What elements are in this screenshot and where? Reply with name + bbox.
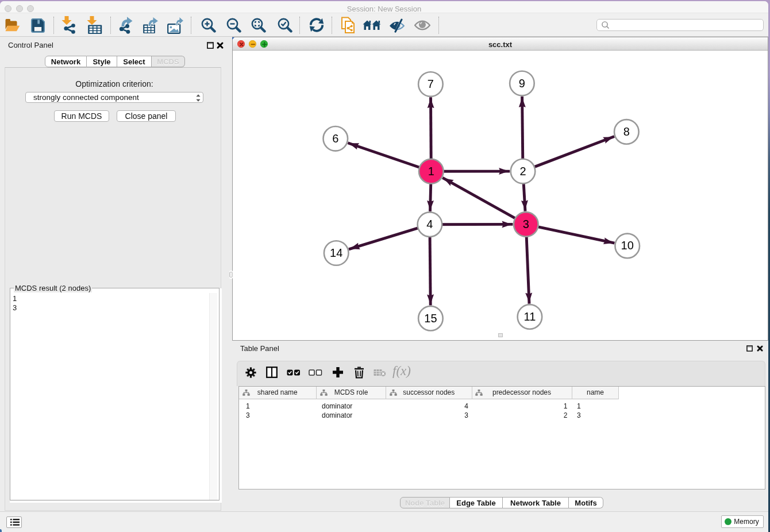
svg-text:14: 14 <box>330 246 342 259</box>
svg-text:11: 11 <box>524 310 536 322</box>
svg-text:8: 8 <box>623 125 630 137</box>
svg-text:3: 3 <box>523 217 529 230</box>
svg-text:9: 9 <box>519 76 525 89</box>
svg-text:10: 10 <box>621 238 634 251</box>
svg-text:15: 15 <box>424 311 437 324</box>
svg-text:1: 1 <box>428 164 434 177</box>
svg-text:4: 4 <box>426 217 433 230</box>
svg-text:6: 6 <box>332 132 338 144</box>
svg-text:7: 7 <box>428 77 434 90</box>
svg-text:2: 2 <box>519 164 526 177</box>
